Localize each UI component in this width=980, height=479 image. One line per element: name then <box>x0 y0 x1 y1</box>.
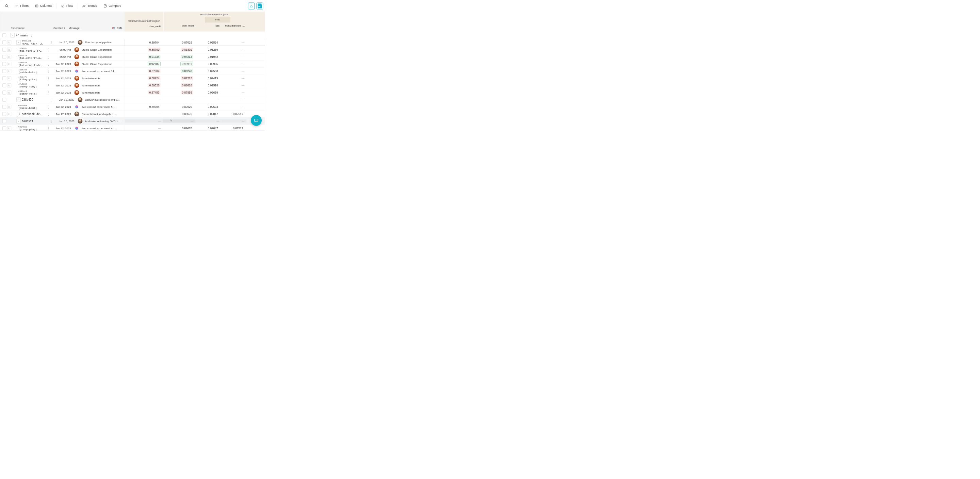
metric-cell: — <box>221 98 247 101</box>
table-row[interactable]: f4aab2e[tpi-readily-h…⋮Jun 22, 2023Studi… <box>0 60 265 67</box>
filters-button[interactable]: Filters <box>12 3 32 9</box>
header-cml[interactable]: CML <box>109 27 124 30</box>
row-menu-button[interactable]: ⋮ <box>46 105 51 108</box>
metric-cell: 0.92702 <box>125 62 163 66</box>
plot-indicator[interactable] <box>7 111 11 116</box>
table-row[interactable]: 90b455d[group-play]⋮Jun 22, 2023dvc: com… <box>0 124 265 130</box>
branch-menu-button[interactable]: ⋮ <box>29 33 34 37</box>
search-button[interactable] <box>2 3 12 9</box>
row-menu-button[interactable]: ⋮ <box>46 83 51 87</box>
experiment-label: f4aab2e[tpi-readily-h… <box>18 61 45 66</box>
avatar <box>78 118 82 123</box>
group-evaluate[interactable]: results/evaluate/metrics.json <box>125 12 164 24</box>
table-row[interactable]: c3ebc7e[filmy-yoke]⋮Jun 22, 2023Tune tra… <box>0 75 265 82</box>
col-loss[interactable]: loss <box>196 24 222 29</box>
row-menu-button[interactable]: ⋮ <box>46 76 51 80</box>
row-menu-button[interactable]: ⋮ <box>46 54 51 59</box>
avatar <box>74 61 79 66</box>
row-checkbox[interactable] <box>2 105 6 108</box>
experiment-label: BASELINEHEAD, main, 2… <box>22 40 48 45</box>
header-message[interactable]: Message <box>66 27 110 30</box>
col-eval-dice-multi[interactable]: dice_multi <box>125 25 164 30</box>
row-checkbox[interactable] <box>2 55 6 59</box>
branch-row: main ⋮ <box>0 32 265 39</box>
plot-indicator[interactable] <box>7 54 11 59</box>
plot-indicator[interactable] <box>7 90 11 94</box>
metric-cell: 0.02659 <box>195 91 221 95</box>
compare-button[interactable]: Compare <box>100 3 124 9</box>
plots-button[interactable]: Plots <box>58 3 76 9</box>
plot-indicator[interactable] <box>7 40 11 44</box>
created-cell: Jun 16, 2023 <box>55 119 74 123</box>
row-menu-button[interactable]: ⋮ <box>46 62 51 66</box>
plot-indicator[interactable] <box>7 69 11 73</box>
plot-indicator[interactable] <box>7 105 11 108</box>
table-row[interactable]: 1-notebook-dv…⋮Jun 17, 2023Run notebook … <box>0 110 265 117</box>
chat-button[interactable] <box>251 115 262 126</box>
experiments-table[interactable]: main ⋮ BASELINEHEAD, main, 2…⋮Jun 20, 20… <box>0 32 265 130</box>
table-row[interactable]: d946ec9[comfy-raja]⋮Jun 22, 2023Tune tra… <box>0 89 265 96</box>
message-cell: Add notebook using DVCLi… <box>85 119 124 123</box>
row-checkbox[interactable] <box>2 48 6 51</box>
select-all-checkbox[interactable] <box>2 33 6 37</box>
table-row[interactable]: 0e3b4d4[duple-bout]⋮Jun 22, 2023dvc: com… <box>0 103 265 110</box>
row-checkbox[interactable] <box>2 112 6 116</box>
row-checkbox[interactable] <box>2 83 6 87</box>
plot-indicator[interactable] <box>7 126 11 130</box>
message-cell: Run dvc.yaml pipeline <box>85 41 124 44</box>
row-menu-button[interactable]: ⋮ <box>46 47 51 51</box>
experiment-label: 1-notebook-dv… <box>18 112 45 116</box>
row-menu-button[interactable]: ⋮ <box>46 111 51 116</box>
row-checkbox[interactable] <box>2 76 6 80</box>
row-menu-button[interactable]: ⋮ <box>49 119 54 123</box>
delta-button[interactable] <box>248 2 255 9</box>
expand-button[interactable] <box>16 97 21 102</box>
header-created[interactable]: Created ↓ <box>42 27 66 30</box>
metric-cell: — <box>125 112 163 116</box>
row-menu-button[interactable]: ⋮ <box>49 40 54 44</box>
subgroup-eval[interactable]: eval <box>205 17 231 22</box>
plot-indicator[interactable] <box>7 47 11 51</box>
plot-indicator[interactable] <box>7 83 11 87</box>
group-train[interactable]: results/train/metrics.json <box>164 12 265 17</box>
experiment-label: dfc9b5f[downy-toby] <box>18 82 45 88</box>
columns-button[interactable]: Columns <box>32 3 56 9</box>
table-row[interactable]: 18ef34d[snide-hake]⋮Jun 22, 2023dvc: com… <box>0 67 265 75</box>
expand-button[interactable] <box>16 119 21 123</box>
row-menu-button[interactable]: ⋮ <box>46 90 51 94</box>
row-checkbox[interactable] <box>2 62 6 66</box>
table-row[interactable]: 118483b[tpi-firmly-gr…⋮06:00 PMStudio Cl… <box>0 46 265 53</box>
header-experiment[interactable]: Experiment <box>2 27 42 30</box>
svg-point-20 <box>18 34 18 34</box>
row-checkbox[interactable] <box>2 91 6 94</box>
row-checkbox[interactable] <box>2 69 6 73</box>
row-menu-button[interactable]: ⋮ <box>46 126 51 130</box>
table-row[interactable]: bade5ff⋮Jun 16, 2023Add notebook using D… <box>0 117 265 124</box>
row-checkbox[interactable] <box>2 119 6 123</box>
metric-cell: 0.87029 <box>163 40 195 44</box>
row-checkbox[interactable] <box>2 40 6 44</box>
created-cell: 05:55 PM <box>52 55 71 58</box>
plot-indicator[interactable] <box>7 76 11 80</box>
plot-indicator[interactable] <box>7 62 11 66</box>
metric-cell: 0.88924 <box>125 76 163 80</box>
trends-button[interactable]: Trends <box>79 3 100 9</box>
row-checkbox[interactable] <box>2 98 6 101</box>
table-row[interactable]: dfc9b5f[downy-toby]⋮Jun 22, 2023Tune tra… <box>0 82 265 89</box>
created-cell: Jun 22, 2023 <box>52 84 71 87</box>
export-csv-button[interactable] <box>256 2 263 9</box>
metric-cell: 0.87453 <box>125 91 163 95</box>
experiment-label: 538d459 <box>22 98 48 101</box>
table-row[interactable]: 538d459⋮Jun 19, 2023Convert Notebook to … <box>0 96 265 103</box>
row-checkbox[interactable] <box>2 126 6 130</box>
row-menu-button[interactable]: ⋮ <box>49 97 54 101</box>
col-evaluate-dice[interactable]: evaluate/dice_… <box>222 24 247 29</box>
table-row[interactable]: BASELINEHEAD, main, 2…⋮Jun 20, 2023Run d… <box>0 39 265 46</box>
row-menu-button[interactable]: ⋮ <box>46 69 51 73</box>
col-train-dice-multi[interactable]: dice_multi <box>164 24 196 29</box>
metric-cell: — <box>195 98 221 101</box>
expand-button[interactable] <box>16 40 21 45</box>
table-row[interactable]: d8dcc7e[tpi-utterly-g…⋮05:55 PMStudio Cl… <box>0 53 265 60</box>
metric-cell: — <box>221 48 247 51</box>
collapse-branch-button[interactable] <box>10 33 14 37</box>
